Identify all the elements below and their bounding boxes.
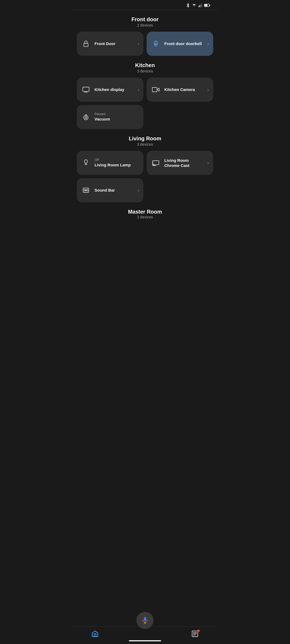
svg-rect-2 xyxy=(200,5,200,7)
device-card-kitchen-camera[interactable]: Kitchen Camera › xyxy=(147,78,213,102)
device-card-living-room-lamp[interactable]: Off Living Room Lamp xyxy=(77,151,143,175)
chevron-sound-bar: › xyxy=(137,188,139,193)
svg-rect-20 xyxy=(85,190,87,191)
device-info-front-door-doorbell: Front door doorbell xyxy=(164,41,204,46)
device-grid-living-room: Off Living Room Lamp Living Room Chrome … xyxy=(73,151,218,202)
device-icon-front-door-lock xyxy=(81,39,91,49)
svg-rect-13 xyxy=(152,87,157,92)
device-name-front-door-doorbell: Front door doorbell xyxy=(164,41,204,46)
section-subtitle-living-room: 3 devices xyxy=(73,142,218,147)
device-icon-vacuum xyxy=(81,112,91,122)
master-room-subtitle: 2 devices xyxy=(73,215,218,219)
svg-rect-7 xyxy=(205,4,207,6)
section-subtitle-kitchen: 3 devices xyxy=(73,69,218,73)
svg-rect-4 xyxy=(201,3,202,7)
chevron-front-door-lock: › xyxy=(137,41,139,47)
status-bar xyxy=(73,0,218,10)
device-card-vacuum[interactable]: Paused Vacuum xyxy=(77,105,143,129)
signal-icon xyxy=(198,3,202,8)
chevron-front-door-doorbell: › xyxy=(207,41,209,47)
device-icon-kitchen-display xyxy=(81,85,91,94)
device-info-living-room-chromecast: Living Room Chrome Cast xyxy=(164,158,204,168)
device-card-living-room-chromecast[interactable]: Living Room Chrome Cast › xyxy=(147,151,213,175)
device-icon-front-door-doorbell xyxy=(151,39,161,49)
device-name-living-room-chromecast: Living Room Chrome Cast xyxy=(164,158,204,168)
chevron-living-room-chromecast: › xyxy=(207,160,209,166)
svg-rect-8 xyxy=(84,43,88,47)
svg-rect-1 xyxy=(198,6,199,7)
device-icon-sound-bar xyxy=(81,185,91,195)
device-icon-living-room-lamp xyxy=(81,158,91,168)
section-title-living-room: Living Room xyxy=(73,136,218,142)
svg-point-15 xyxy=(85,117,87,119)
section-title-front-door: Front door xyxy=(73,16,218,23)
device-name-sound-bar: Sound Bar xyxy=(95,188,134,193)
device-info-vacuum: Paused Vacuum xyxy=(95,112,139,122)
svg-point-10 xyxy=(155,43,157,45)
section-header-living-room: Living Room 3 devices xyxy=(73,136,218,147)
wifi-icon xyxy=(192,3,197,8)
sections-container: Front door 2 devices Front Door › Front … xyxy=(73,16,218,202)
chevron-kitchen-display: › xyxy=(137,87,139,93)
device-name-vacuum: Vacuum xyxy=(95,116,139,122)
svg-point-14 xyxy=(84,115,88,120)
svg-rect-12 xyxy=(83,87,89,92)
device-icon-kitchen-camera xyxy=(151,85,161,94)
device-status-vacuum: Paused xyxy=(95,112,139,116)
device-name-living-room-lamp: Living Room Lamp xyxy=(95,162,139,168)
device-grid-front-door: Front Door › Front door doorbell › xyxy=(73,32,218,56)
section-header-kitchen: Kitchen 3 devices xyxy=(73,62,218,73)
device-info-kitchen-display: Kitchen display xyxy=(95,87,134,92)
section-header-front-door: Front door 2 devices xyxy=(73,16,218,27)
device-info-sound-bar: Sound Bar xyxy=(95,188,134,193)
device-info-living-room-lamp: Off Living Room Lamp xyxy=(95,158,139,168)
svg-point-0 xyxy=(194,7,194,7)
device-grid-kitchen: Kitchen display › Kitchen Camera › Paus xyxy=(73,78,218,129)
device-info-front-door-lock: Front Door xyxy=(95,41,134,46)
section-subtitle-front-door: 2 devices xyxy=(73,23,218,27)
device-card-front-door-doorbell[interactable]: Front door doorbell › xyxy=(147,32,213,56)
battery-icon xyxy=(204,3,211,8)
svg-rect-3 xyxy=(201,4,201,7)
section-title-kitchen: Kitchen xyxy=(73,62,218,68)
svg-rect-6 xyxy=(209,5,210,6)
bluetooth-icon xyxy=(186,3,190,8)
top-divider xyxy=(73,10,218,10)
device-info-kitchen-camera: Kitchen Camera xyxy=(164,87,204,92)
device-status-living-room-lamp: Off xyxy=(95,158,139,162)
svg-rect-16 xyxy=(153,161,159,165)
chevron-kitchen-camera: › xyxy=(207,87,209,93)
master-room-section: Master Room 2 devices xyxy=(73,202,218,246)
device-icon-living-room-chromecast xyxy=(151,158,161,168)
device-name-front-door-lock: Front Door xyxy=(95,41,134,46)
device-name-kitchen-camera: Kitchen Camera xyxy=(164,87,204,92)
device-card-sound-bar[interactable]: Sound Bar › xyxy=(77,178,143,202)
device-name-kitchen-display: Kitchen display xyxy=(95,87,134,92)
device-card-kitchen-display[interactable]: Kitchen display › xyxy=(77,78,143,102)
svg-point-11 xyxy=(155,42,156,42)
device-card-front-door-lock[interactable]: Front Door › xyxy=(77,32,143,56)
master-room-title: Master Room xyxy=(73,209,218,215)
status-icons xyxy=(186,3,212,8)
